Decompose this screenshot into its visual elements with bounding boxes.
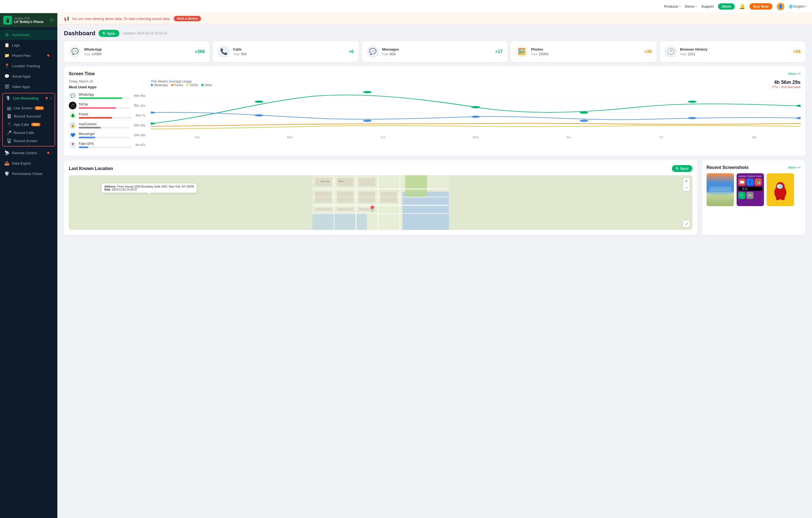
stat-total-label-browser: Total (680, 53, 686, 56)
video-apps-icon: 🎬 (4, 84, 9, 89)
stat-total-label-messages: Total (382, 53, 388, 56)
sidebar-item-video-apps[interactable]: 🎬 Video Apps › (0, 81, 57, 92)
sidebar-item-phone-files[interactable]: 📁 Phone Files › (0, 50, 57, 61)
svg-rect-32 (315, 192, 331, 202)
dashboard-header: Dashboard ↻ Sync Updated: 2024-03-19 15:… (64, 30, 806, 37)
stats-row: 💬 WhatsApp Total 14560 +268 📞 Calls Tota… (64, 41, 806, 62)
location-sync-button[interactable]: ↻ Sync (672, 165, 692, 172)
stat-delta-messages: +17 (495, 49, 502, 54)
tiktok-app-icon: 🎵 (69, 102, 77, 109)
map-location-pin-icon: 📍 (368, 205, 376, 213)
sidebar-item-dashboard[interactable]: ⊞ Dashboard (0, 29, 57, 40)
screen-time-card: Screen Time More >> Today, March 19 Most… (64, 66, 806, 156)
svg-rect-34 (359, 192, 375, 202)
chart-legend: WhatsApp Forest TikTok (151, 83, 212, 87)
live-recording-header[interactable]: 🎙️ Live Recording ∨ (3, 93, 55, 103)
stat-total-value-whatsapp: 14560 (92, 52, 102, 56)
stat-card-whatsapp[interactable]: 💬 WhatsApp Total 14560 +268 (64, 41, 209, 62)
sub-item-live-screen[interactable]: 📺 Live Screen New (3, 104, 55, 112)
language-selector[interactable]: 🌐 English ▾ (789, 5, 807, 8)
legend-forest-dot (171, 84, 173, 86)
svg-point-7 (580, 111, 588, 114)
bind-device-button[interactable]: bind a device (174, 16, 201, 21)
device-info: 📱 Galaxy S10 Lil' Bobby's Phone ↻ (0, 13, 57, 27)
chart-average: 4h 56m 29s 17% ↑ from last week (772, 80, 801, 88)
globe-icon: 🌐 (789, 5, 793, 8)
stat-name-browser: Browser History (680, 47, 790, 51)
buy-now-button[interactable]: Buy Now (750, 3, 773, 9)
svg-point-11 (255, 114, 264, 116)
sidebar-item-location-tracking[interactable]: 📍 Location Tracking › (0, 61, 57, 71)
chart-svg (151, 91, 801, 135)
video-apps-chevron-icon: › (52, 85, 53, 88)
sub-item-record-surround[interactable]: 🎚️ Record Surround (3, 112, 55, 120)
screen-date-label: Today, March 19 (69, 80, 145, 83)
live-recording-section: 🎙️ Live Recording ∨ 📺 Live Screen New 🎚️… (2, 93, 55, 146)
svg-point-5 (363, 91, 372, 93)
screen-time-more-link[interactable]: More >> (788, 72, 801, 76)
nav-demo[interactable]: Demo ▾ (685, 4, 697, 8)
nav-products[interactable]: Products ▾ (664, 4, 680, 8)
chart-x-label-sun: Sun (151, 136, 243, 139)
record-screen-icon: 🖥️ (6, 139, 11, 143)
sidebar-item-social-apps[interactable]: 💬 Social Apps › (0, 71, 57, 81)
map-zoom-out-button[interactable]: − (683, 185, 690, 191)
legend-tiktok: TikTok (186, 83, 198, 87)
stat-card-messages[interactable]: 💬 Messages Total 608 +17 (362, 41, 508, 62)
user-avatar[interactable]: 👤 (777, 3, 784, 10)
screenshots-more-link[interactable]: More >> (788, 166, 801, 169)
app-row-whatsapp: 💬 WhatsApp 40m 45s (69, 92, 145, 100)
svg-point-14 (580, 120, 588, 122)
stat-card-browser[interactable]: 🕐 Browser History Total 1321 +54 (660, 41, 806, 62)
sidebar-item-logs[interactable]: 📋 Logs (0, 40, 57, 50)
stat-delta-photos: +39 (644, 49, 651, 54)
sidebar-item-data-export[interactable]: 📤 Data Export (0, 158, 57, 168)
screen-time-chart-area: This Week's Average Usage WhatsApp Fores… (151, 80, 801, 151)
legend-whatsapp-dot (151, 84, 153, 86)
map-zoom-in-button[interactable]: + (683, 178, 690, 185)
dashboard-body: Dashboard ↻ Sync Updated: 2024-03-19 15:… (57, 24, 812, 518)
sub-item-record-screen[interactable]: 🖥️ Record Screen (3, 137, 55, 145)
svg-point-16 (796, 117, 801, 119)
store-button[interactable]: Store (718, 3, 735, 9)
sync-button[interactable]: ↻ Sync (98, 30, 119, 37)
sidebar-item-permissions-check[interactable]: 🛡️ Permissions Check (0, 168, 57, 179)
sidebar-item-remote-control[interactable]: 📡 Remote Control › (0, 147, 57, 158)
chart-x-label-sat: Sat (708, 136, 801, 139)
screenshot-thumb-game[interactable] (767, 173, 794, 206)
screenshots-card: Recent Screenshots More >> (702, 160, 806, 235)
svg-rect-44 (709, 187, 731, 191)
screenshots-header: Recent Screenshots More >> (706, 165, 801, 170)
sub-item-record-calls[interactable]: 🎤 Record Calls (3, 129, 55, 137)
calls-icon: 📞 (218, 46, 230, 58)
legend-tiktok-dot (186, 84, 188, 86)
notification-bell-icon[interactable]: 🔔 (739, 4, 745, 9)
screenshot-thumb-phone[interactable]: Camera Chrome Clock ✉️ f 🛍️ (736, 173, 764, 206)
chart-x-label-wed: Wed (429, 136, 522, 139)
screen-time-body: Today, March 19 Most Used Apps 💬 WhatsAp… (69, 80, 801, 151)
live-recording-chevron-icon: ∨ (50, 97, 52, 100)
location-sync-icon: ↻ (676, 166, 679, 170)
screenshot-thumb-beach[interactable] (706, 173, 734, 206)
svg-rect-47 (776, 196, 780, 200)
device-sync-icon[interactable]: ↻ (50, 17, 54, 23)
app-calls-icon: 📱 (6, 122, 11, 127)
map-expand-button[interactable]: ⤢ (683, 221, 690, 227)
legend-other: Other (201, 83, 212, 87)
sub-item-app-calls[interactable]: 📱 App Calls New (3, 120, 55, 129)
nav-support[interactable]: Support (701, 4, 714, 8)
main-layout: 📱 Galaxy S10 Lil' Bobby's Phone ↻ ⊞ Dash… (0, 13, 812, 518)
phone-files-chevron-icon: › (52, 54, 53, 57)
app-row-messenger: 💙 Messenger 15m 26s (69, 131, 145, 139)
phone-icon: 📱 (5, 18, 10, 23)
stat-total-label-photos: Total (531, 53, 537, 56)
svg-rect-33 (337, 192, 353, 202)
stat-delta-whatsapp: +268 (195, 49, 205, 54)
stat-card-photos[interactable]: 🖼️ Photos Total 15000 +39 (511, 41, 656, 62)
svg-text:Union City: Union City (321, 181, 330, 183)
device-icon: 📱 (3, 16, 12, 25)
phone-files-icon: 📁 (4, 53, 9, 58)
stat-card-calls[interactable]: 📞 Calls Total 359 +6 (213, 41, 358, 62)
location-title: Last Known Location (69, 166, 113, 171)
chart-x-label-thu: Thu (522, 136, 615, 139)
